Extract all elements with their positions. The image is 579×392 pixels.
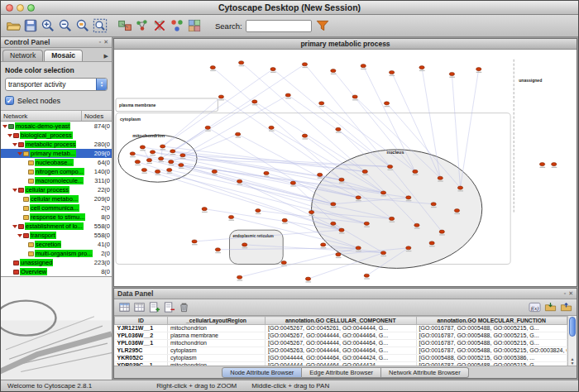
table-row[interactable]: YJR121W__1mitochondrion[GO:0045267, GO:0… <box>115 325 567 332</box>
tree-row-nitrogen-compo[interactable]: nitrogen compo...140(0 <box>1 167 112 176</box>
tab-mosaic[interactable]: Mosaic <box>44 50 83 61</box>
expand-arrow-icon[interactable] <box>17 152 22 155</box>
tree-row-mosaic-demo-yeast[interactable]: mosaic-demo-yeast874(0 <box>1 122 112 131</box>
table-cell: YLR295C <box>115 347 168 355</box>
dropdown-arrows-icon[interactable]: ▲▼ <box>96 79 107 90</box>
network-overview-thumbnail[interactable] <box>1 276 112 380</box>
expand-arrow-icon[interactable] <box>12 225 17 228</box>
zoom-hint-text: Right-click + drag to ZOOM <box>156 382 237 390</box>
float-panel-icon[interactable]: ▫ <box>564 290 566 297</box>
vizmapper-icon[interactable] <box>170 18 184 33</box>
tab-node-attribute-browser[interactable]: Node Attribute Browser <box>222 367 302 378</box>
close-panel-icon[interactable]: ✕ <box>568 290 573 297</box>
table-row[interactable]: YPL036W__2plasma membrane[GO:0045267, GO… <box>115 332 567 340</box>
create-network-view-icon[interactable] <box>135 18 150 33</box>
cluster-icon <box>13 133 19 138</box>
scrollbar-arrows-icon[interactable]: ▲▼ <box>568 357 577 366</box>
cluster-icon <box>28 179 34 184</box>
show-graphics-details-icon[interactable] <box>117 18 132 33</box>
tab-scroll-right-icon[interactable]: ▶ <box>104 53 110 61</box>
select-attributes-icon[interactable] <box>118 301 131 313</box>
delete-attribute-icon[interactable] <box>163 301 175 313</box>
node-count: 223(0 <box>94 259 112 266</box>
tree-row-macromolecule[interactable]: macromolecule...311(0 <box>1 176 112 185</box>
tree-label: response to stimu... <box>30 213 85 221</box>
open-session-icon[interactable] <box>6 18 21 33</box>
titlebar[interactable]: Cytoscape Desktop (New Session) <box>1 1 578 15</box>
tree-row-primary-metab[interactable]: primary metab...209(0 <box>1 149 112 158</box>
manage-plugins-icon[interactable] <box>187 18 202 33</box>
minimize-window-button[interactable] <box>17 4 24 12</box>
import-attributes-icon[interactable] <box>544 301 557 313</box>
select-nodes-checkbox[interactable]: ✓ <box>5 96 14 105</box>
tree-row-biological-process[interactable]: biological_process <box>1 131 112 140</box>
float-panel-icon[interactable]: ▫ <box>99 39 101 45</box>
tree-label: cellular process <box>25 186 69 194</box>
tree-row-nucleobase[interactable]: nucleobase...64(0 <box>1 158 112 167</box>
unselect-attributes-icon[interactable] <box>133 301 146 313</box>
network-column-header[interactable]: Network <box>1 111 82 121</box>
tree-row-cellular-metabo[interactable]: cellular metabo...209(0 <box>1 194 112 203</box>
column-header-id[interactable]: ID <box>115 317 168 325</box>
svg-text:plasma membrane: plasma membrane <box>119 103 156 108</box>
scrollbar-thumb[interactable] <box>569 317 576 337</box>
maximize-window-button[interactable] <box>27 4 35 12</box>
search-options-icon[interactable] <box>315 18 330 33</box>
tree-row-unassigned[interactable]: unassigned223(0 <box>1 258 112 267</box>
expand-arrow-icon[interactable] <box>7 134 12 137</box>
tree-row-establishment-of-lo[interactable]: establishment of lo...558(0 <box>1 222 112 231</box>
export-attributes-icon[interactable] <box>560 301 572 313</box>
function-builder-icon[interactable]: f(x) <box>529 301 541 313</box>
create-attribute-icon[interactable] <box>148 301 160 313</box>
network-view-title[interactable]: primary metabolic process <box>114 39 577 50</box>
column-header-annotation-go-molecular-function[interactable]: annotation.GO MOLECULAR_FUNCTION <box>416 317 567 325</box>
file-zoom-icon-group <box>6 18 108 33</box>
zoom-in-icon[interactable] <box>41 18 55 33</box>
tree-label: establishment of lo... <box>25 222 84 230</box>
zoom-fit-icon[interactable] <box>93 18 108 33</box>
tab-network-attribute-browser[interactable]: Network Attribute Browser <box>381 367 469 378</box>
node-color-dropdown[interactable]: transporter activity ▲▼ <box>5 78 108 91</box>
tree-row-overview[interactable]: Overview8(0 <box>1 267 112 276</box>
tab-network[interactable]: Network <box>2 50 43 61</box>
close-window-button[interactable] <box>6 4 13 12</box>
table-row[interactable]: YLR295Ccytoplasm[GO:0045263, GO:0044444,… <box>115 347 567 355</box>
close-panel-icon[interactable]: ✕ <box>103 39 108 45</box>
tree-row-metabolic-process[interactable]: metabolic process280(0 <box>1 140 112 149</box>
tab-edge-attribute-browser[interactable]: Edge Attribute Browser <box>302 367 381 378</box>
network-canvas[interactable]: plasma membranecytoplasmmitochondrionnuc… <box>114 50 577 286</box>
destroy-network-view-icon[interactable] <box>152 18 167 33</box>
nodes-column-header[interactable]: Nodes <box>82 111 112 121</box>
node-count: 8(0 <box>101 268 112 275</box>
overview-canvas[interactable] <box>1 277 112 380</box>
table-row[interactable]: YPL036W__1mitochondrion[GO:0045267, GO:0… <box>115 340 567 347</box>
cytoscape-window: Cytoscape Desktop (New Session) Search: … <box>0 0 579 392</box>
tree-row-cellular-process[interactable]: cellular process22(0 <box>1 185 112 194</box>
save-session-icon[interactable] <box>23 18 38 33</box>
zoom-out-icon[interactable] <box>58 18 73 33</box>
cluster-icon <box>13 270 19 275</box>
tree-row-transport[interactable]: transport558(0 <box>1 231 112 240</box>
table-scrollbar[interactable]: ▲▼ <box>567 316 577 366</box>
column-header-cellularlayoutregion[interactable]: _cellularLayoutRegion <box>168 317 266 325</box>
welcome-text: Welcome to Cytoscape 2.8.1 <box>7 382 92 390</box>
search-input[interactable] <box>246 20 312 32</box>
cluster-icon <box>18 188 24 193</box>
expand-arrow-icon[interactable] <box>12 189 17 192</box>
expand-arrow-icon[interactable] <box>17 234 22 237</box>
tree-row-response-to-stimu[interactable]: response to stimu...8(0 <box>1 213 112 222</box>
expand-arrow-icon[interactable] <box>12 143 17 146</box>
table-cell: YKR052C <box>115 355 168 362</box>
table-cell: [GO:0045267, GO:0044444, GO:0044464, G..… <box>266 332 417 340</box>
tree-row-cell-communica[interactable]: cell communica...2(0 <box>1 203 112 213</box>
tree-row-secretion[interactable]: secretion41(0 <box>1 240 112 249</box>
zoom-selected-icon[interactable] <box>75 18 90 33</box>
attribute-table[interactable]: ID_cellularLayoutRegionannotation.GO CEL… <box>114 316 567 366</box>
main-toolbar: Search: <box>1 15 578 37</box>
column-header-annotation-go-cellular-component[interactable]: annotation.GO CELLULAR_COMPONENT <box>266 317 417 325</box>
node-count: 280(0 <box>94 141 112 148</box>
table-row[interactable]: YKR052Ccytoplasm[GO:0044444, GO:0044464,… <box>115 355 567 362</box>
trash-icon[interactable] <box>178 301 190 313</box>
tree-row-multi-organism-pro[interactable]: multi-organism pro...2(0 <box>1 249 112 258</box>
expand-arrow-icon[interactable] <box>2 125 7 128</box>
